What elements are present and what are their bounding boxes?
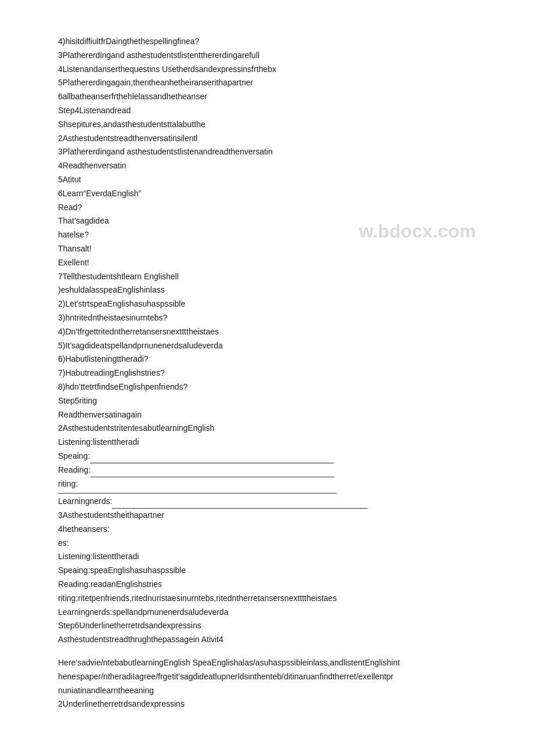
line-17: Exellent! bbox=[58, 256, 476, 270]
line-45: Asthestudentstreadthrughthepassagein Ati… bbox=[58, 633, 476, 647]
reading-field-row: Reading: bbox=[58, 463, 476, 477]
line-11: 5Atitut bbox=[58, 173, 476, 187]
learning-nerds-underline[interactable] bbox=[112, 501, 367, 509]
line-44: Step6Underlinetherretrdsandexpressins bbox=[58, 619, 476, 633]
line-40: Speaing:speaEnglishasuhaspssible bbox=[58, 564, 476, 578]
paragraph-block: Here’sadvie/ntebabutlearningEnglish Spea… bbox=[58, 656, 476, 711]
line-36: 3Asthestudentstheithapartner bbox=[58, 509, 476, 523]
speaking-label: Speaing: bbox=[58, 451, 90, 460]
line-37: 4hetheansers: bbox=[58, 523, 476, 537]
line-41: Reading:readanEnglishstries bbox=[58, 578, 476, 592]
line-1: 4)hisitdiffiultfrDaingthethespellingfine… bbox=[58, 35, 476, 49]
writing-field-row: riting: bbox=[58, 477, 476, 491]
line-20: 2)Let’strtspeaEnglishasuhaspssible bbox=[58, 297, 476, 311]
learning-nerds-label: Learningnerds: bbox=[58, 496, 112, 506]
speaking-field-row: Speaing: bbox=[58, 449, 476, 463]
line-14: That’sagdidea bbox=[58, 214, 476, 228]
line-9: 3Plathererdingand asthestudentstlistenan… bbox=[58, 145, 476, 159]
reading-label: Reading: bbox=[58, 465, 91, 474]
line-28: Readthenversatinagain bbox=[58, 408, 476, 422]
line-29: 2AsthestudentstritentesabutlearningEngli… bbox=[58, 422, 476, 435]
line-16: Thansalt! bbox=[58, 242, 476, 256]
line-27: Step5riting bbox=[58, 394, 476, 408]
line-43: Learningnerds:spellandprnunenerdsaludeve… bbox=[58, 606, 476, 620]
line-7: Shsepitures,andasthestudentsttalabutthe bbox=[58, 118, 476, 132]
line-5: 6allbatheanserfrthehlelassandhetheanser bbox=[58, 90, 476, 104]
line-23: 5)It’sagdideatspellandprnunenerdsaludeve… bbox=[58, 339, 476, 353]
line-30: Listening:listenttheradi bbox=[58, 435, 476, 449]
line-18: 7Tellthestudentshtlearn Englishell bbox=[58, 270, 476, 284]
line-38: es: bbox=[58, 537, 476, 550]
line-6: Step4Listenandread bbox=[58, 104, 476, 118]
line-47: 2Underlinetherretrdsandexpressins bbox=[58, 697, 476, 711]
main-content: 4)hisitdiffiultfrDaingthethespellingfine… bbox=[58, 35, 476, 711]
line-8: 2Asthestudentstreadthenversatinsilentl bbox=[58, 132, 476, 146]
line-4: 5Plathererdingagain,thentheanhetheiranse… bbox=[58, 76, 476, 90]
speaking-underline[interactable] bbox=[90, 455, 334, 463]
learning-nerds-row: Learningnerds: bbox=[58, 495, 476, 509]
line-24: 6)Habutlisteningttheradi? bbox=[58, 352, 476, 366]
line-3: 4Listenandanserthequestins Usetherdsande… bbox=[58, 63, 476, 77]
line-10: 4Readthenversatin bbox=[58, 159, 476, 173]
line-19: )eshuldalasspeaEnglishinlass bbox=[58, 283, 476, 297]
line-21: 3)hntritedntheistaesinurntebs? bbox=[58, 311, 476, 325]
line-22: 4)Dn’tfrgettritedntherretansersnextttthe… bbox=[58, 325, 476, 339]
line-25: 7)HabutreadingEnglishstries? bbox=[58, 366, 476, 380]
paragraph-text: Here’sadvie/ntebabutlearningEnglish Spea… bbox=[58, 656, 476, 697]
line-39: Listening:listenttheradi bbox=[58, 550, 476, 564]
writing-label: riting: bbox=[58, 479, 78, 488]
line-15: hatelse? bbox=[58, 228, 476, 242]
line-42: riting:ritetpenfriends,ritednuristaesinu… bbox=[58, 592, 476, 606]
line-12: 6Learn“EverdaEnglish” bbox=[58, 187, 476, 201]
line-2: 3Plathererdingand asthestudentstlistentt… bbox=[58, 49, 476, 63]
line-26: 8)hdn’ttetrtfindseEnglishpenfriends? bbox=[58, 380, 476, 394]
line-13: Read? bbox=[58, 201, 476, 215]
reading-underline[interactable] bbox=[91, 469, 334, 477]
separator-1 bbox=[58, 493, 337, 494]
